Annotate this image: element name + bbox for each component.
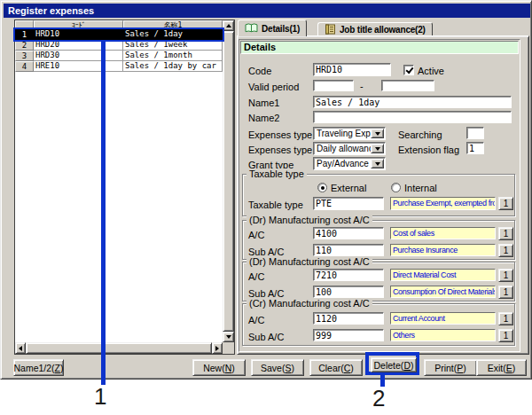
exit-button[interactable]: Exit(E) (476, 359, 527, 376)
vertical-scrollbar[interactable] (223, 20, 234, 342)
scroll-down-button[interactable] (223, 332, 234, 342)
dr1-sub-lookup-button[interactable]: 1 (498, 244, 513, 257)
expenses-type-2-select[interactable]: Daily allowance (313, 142, 386, 155)
horizontal-scrollbar[interactable] (15, 342, 223, 354)
internal-radio[interactable] (391, 183, 401, 192)
delete-button[interactable]: Delete(D) (371, 357, 417, 372)
table-row[interactable]: 4 HRE10 Sales / 1day by car (15, 61, 223, 72)
expenses-type-1-value: Traveling Exp (317, 129, 371, 138)
callout-1-line (101, 41, 106, 385)
scroll-right-icon (215, 346, 222, 351)
row-name: Sales / 1day (123, 29, 223, 40)
cr-ac-lookup-button[interactable]: 1 (498, 312, 513, 325)
cr-sub-input[interactable] (313, 329, 384, 341)
valid-period-label: Valid period (248, 82, 299, 92)
dr2-sub-lookup-button[interactable]: 1 (498, 286, 513, 299)
dr2-ac-lookup-button[interactable]: 1 (498, 269, 513, 282)
table-row[interactable]: 3 HRD30 Sales / 1month (15, 51, 223, 61)
taxable-type-label: Taxable type (248, 200, 303, 210)
dr2-ac-label: A/C (248, 271, 264, 282)
scroll-down-icon (226, 335, 231, 341)
taxable-code-input[interactable] (313, 197, 384, 210)
tab-job-title-allowance[interactable]: Job title allowance(2) (317, 22, 433, 36)
expenses-type-1-select[interactable]: Traveling Exp (313, 127, 386, 140)
name2-label: Name2 (248, 113, 279, 123)
vertical-scroll-thumb[interactable] (223, 31, 234, 332)
triangle-down (375, 162, 380, 168)
table-row[interactable]: 1 HRD10 Sales / 1day (15, 29, 223, 40)
scroll-up-button[interactable] (223, 20, 234, 31)
title-bar[interactable]: Register expenses (4, 4, 530, 18)
dropdown-arrow-icon[interactable] (371, 129, 384, 138)
internal-label: Internal (404, 183, 437, 193)
new-button[interactable]: New(N) (192, 359, 246, 376)
label-part: Save( (261, 363, 285, 373)
label-part: Delete( (374, 360, 404, 371)
dr1-sub-input[interactable] (313, 244, 384, 256)
label-part: ) (512, 363, 516, 373)
grant-type-select[interactable]: Pay/Advance (313, 157, 386, 170)
header-num (15, 20, 34, 29)
triangle-down (375, 147, 380, 153)
scroll-right-button[interactable] (212, 342, 223, 354)
table-body: ｺｰﾄﾞ 名称1 1 HRD10 Sales / 1day 2 HRD20 Sa… (15, 20, 223, 342)
screen: Register expenses ｺｰﾄﾞ 名称1 1 HRD10 Sales… (0, 0, 532, 415)
row-num: 3 (15, 51, 34, 61)
scroll-left-icon (16, 346, 22, 351)
name2-input[interactable] (313, 111, 512, 123)
valid-to-input[interactable] (381, 80, 434, 91)
external-radio[interactable] (317, 183, 327, 192)
label-part: ) (231, 363, 235, 373)
label-part: D (403, 360, 411, 371)
table-header-row: ｺｰﾄﾞ 名称1 (15, 20, 223, 29)
label-part: N (225, 363, 232, 373)
dr1-ac-lookup-button[interactable]: 1 (498, 227, 513, 240)
ledger-icon (325, 24, 336, 35)
clear-button[interactable]: Clear(C) (309, 359, 363, 376)
window-title: Register expenses (8, 5, 94, 16)
header-code[interactable]: ｺｰﾄﾞ (34, 20, 123, 29)
extension-flag-input[interactable] (466, 142, 484, 154)
label-part: Name1/2( (13, 363, 54, 373)
name1-label: Name1 (248, 98, 279, 108)
dr1-ac-label: A/C (248, 230, 264, 240)
row-num: 4 (15, 61, 34, 72)
label-part: Print( (434, 363, 457, 373)
taxable-desc-display: Purchase Exempt, exempted from (390, 197, 496, 210)
dr1-sub-name-display: Purchase Insurance (390, 244, 496, 256)
dr2-group-label: (Dr) Manufacturing cost A/C (246, 256, 372, 267)
tab-job-title-label: Job title allowance(2) (340, 25, 426, 35)
dr1-group-label: (Dr) Manufacturing cost A/C (246, 215, 372, 225)
searching-input[interactable] (466, 127, 484, 139)
name12-button[interactable]: Name1/2(Z) (13, 359, 64, 376)
dropdown-arrow-icon[interactable] (371, 144, 384, 153)
taxable-lookup-button[interactable]: 1 (498, 197, 513, 210)
callout-1-label: 1 (94, 383, 106, 411)
table-row[interactable]: 2 HRD20 Sales / 1week (15, 40, 223, 51)
tab-details-label: Details(1) (262, 24, 300, 34)
active-checkbox[interactable] (403, 65, 414, 75)
dr2-ac-input[interactable] (313, 269, 384, 281)
code-input[interactable] (313, 63, 391, 76)
dr1-ac-input[interactable] (313, 227, 384, 239)
row-num: 1 (15, 29, 34, 40)
header-name1[interactable]: 名称1 (123, 20, 223, 29)
dr2-sub-input[interactable] (313, 286, 384, 298)
save-button[interactable]: Save(S) (251, 359, 304, 376)
label-part: E (506, 363, 512, 373)
dropdown-arrow-icon[interactable] (371, 159, 384, 168)
label-part: Exit( (488, 363, 506, 373)
row-name: Sales / 1day by car (123, 61, 223, 72)
cr-sub-lookup-button[interactable]: 1 (498, 329, 513, 342)
external-label: External (331, 183, 366, 193)
label-part: ) (291, 363, 294, 373)
valid-from-input[interactable] (313, 80, 354, 91)
name1-input[interactable] (313, 96, 512, 108)
label-part: ) (411, 360, 414, 371)
cr-ac-input[interactable] (313, 312, 384, 325)
print-button[interactable]: Print(P) (424, 359, 477, 376)
scroll-left-button[interactable] (15, 342, 26, 354)
horizontal-scroll-thumb[interactable] (26, 342, 212, 354)
label-part: S (285, 363, 291, 373)
tab-details[interactable]: Details(1) (238, 20, 307, 36)
